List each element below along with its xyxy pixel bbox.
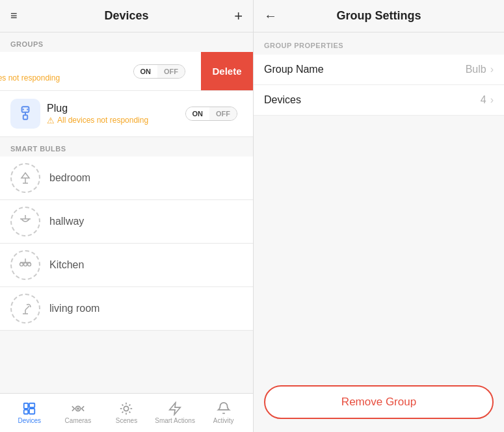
devices-row[interactable]: Devices 4 › [254,85,504,116]
bottom-nav: Devices Cameras Scenes [0,393,253,432]
svg-point-23 [77,408,79,409]
bulb-group-status: ⚠ All devices not responding [0,73,133,83]
plug-toggle[interactable]: ON OFF [185,107,238,121]
svg-line-17 [25,306,29,310]
nav-devices-icon [22,401,36,416]
living-room-icon-container [10,294,40,324]
bedroom-icon-container [10,163,40,193]
left-header: ≡ Devices + [0,0,253,32]
list-item-kitchen[interactable]: Kitchen [0,244,253,287]
nav-activity-label: Activity [213,417,234,424]
plug-group-name: Plug [47,103,185,114]
devices-value-container: 4 › [481,94,494,106]
device-list: GROUPS Delete Bulb ⚠ All devices not res… [0,32,253,393]
right-content: GROUP PROPERTIES Group Name Bulb › Devic… [254,32,504,372]
plug-group-content: Plug ⚠ All devices not responding ON OFF [0,91,253,136]
svg-line-30 [129,412,131,413]
right-panel: ← Group Settings GROUP PROPERTIES Group … [254,0,504,432]
svg-point-14 [28,263,31,266]
devices-chevron: › [490,94,494,106]
nav-scenes-label: Scenes [116,417,137,424]
properties-label: GROUP PROPERTIES [254,32,504,55]
lamp-icon [16,169,34,187]
nav-activity[interactable]: Activity [199,401,248,424]
kitchen-icon-container [10,250,40,280]
hallway-icon-container [10,207,40,236]
left-header-title: Devices [104,9,148,23]
plug-group-info: Plug ⚠ All devices not responding [47,103,185,125]
nav-cameras-label: Cameras [65,417,92,424]
nav-scenes-icon [119,401,133,416]
bulb-group-content: Bulb ⚠ All devices not responding ON OFF [0,52,201,90]
bulb-toggle-on[interactable]: ON [134,65,158,78]
group-row-bulb[interactable]: Delete Bulb ⚠ All devices not responding… [0,52,253,91]
desk-lamp-icon [16,299,34,318]
svg-line-29 [122,405,124,406]
svg-rect-18 [24,403,28,409]
svg-point-24 [124,406,129,411]
plug-icon-container [10,99,40,129]
chandelier-icon [16,256,34,274]
right-header-title: Group Settings [337,9,421,23]
plug-toggle-on[interactable]: ON [186,107,210,120]
group-name-chevron: › [490,64,494,75]
nav-smart-actions-label: Smart Actions [155,417,195,424]
svg-marker-33 [170,403,181,414]
add-button[interactable]: + [234,9,243,23]
bulb-group-name: Bulb [0,60,133,71]
svg-rect-21 [29,409,34,414]
svg-line-32 [122,412,124,413]
svg-point-13 [24,263,27,266]
svg-rect-20 [29,403,34,407]
nav-cameras-icon [71,401,85,416]
nav-scenes[interactable]: Scenes [102,401,151,424]
left-panel: ≡ Devices + GROUPS Delete Bulb ⚠ All dev… [0,0,254,432]
group-name-value: Bulb [466,64,486,75]
list-item-bedroom[interactable]: bedroom [0,157,253,200]
nav-cameras[interactable]: Cameras [54,401,103,424]
nav-smart-actions[interactable]: Smart Actions [151,401,200,424]
groups-section-label: GROUPS [0,32,253,52]
nav-smart-actions-icon [168,401,182,416]
smart-bulbs-label: SMART BULBS [0,137,253,157]
pendant-icon [16,212,34,231]
svg-rect-2 [23,115,28,120]
nav-devices[interactable]: Devices [5,401,54,424]
devices-value: 4 [481,94,486,106]
hallway-name: hallway [49,216,84,227]
nav-devices-label: Devices [18,417,42,424]
group-name-value-container: Bulb › [466,64,494,75]
bedroom-name: bedroom [49,172,90,184]
remove-group-button[interactable]: Remove Group [264,385,494,419]
nav-activity-icon [217,401,231,416]
living-room-name: living room [49,303,99,314]
svg-point-12 [20,263,23,266]
devices-key: Devices [264,94,301,106]
svg-marker-7 [21,173,29,178]
bulb-group-info: Bulb ⚠ All devices not responding [0,60,133,83]
plug-group-status: ⚠ All devices not responding [47,116,185,125]
list-item-living-room[interactable]: living room [0,287,253,331]
right-header: ← Group Settings [254,0,504,32]
delete-bulb-button[interactable]: Delete [201,52,253,90]
menu-icon[interactable]: ≡ [10,9,18,23]
list-item-hallway[interactable]: hallway [0,200,253,244]
properties-section: GROUP PROPERTIES Group Name Bulb › Devic… [254,32,504,116]
group-name-key: Group Name [264,64,324,75]
svg-line-31 [129,405,131,406]
bulb-toggle[interactable]: ON OFF [133,64,186,79]
group-row-plug[interactable]: Delete Plug ⚠ All devices not resp [0,91,253,137]
group-name-row[interactable]: Group Name Bulb › [254,55,504,85]
plug-icon [17,105,34,122]
warning-icon-plug: ⚠ [47,116,55,125]
plug-toggle-off[interactable]: OFF [209,107,237,120]
svg-rect-19 [24,410,28,414]
remove-group-section: Remove Group [254,372,504,432]
back-button[interactable]: ← [264,8,277,23]
bulb-toggle-off[interactable]: OFF [157,65,185,78]
kitchen-name: Kitchen [49,259,84,271]
